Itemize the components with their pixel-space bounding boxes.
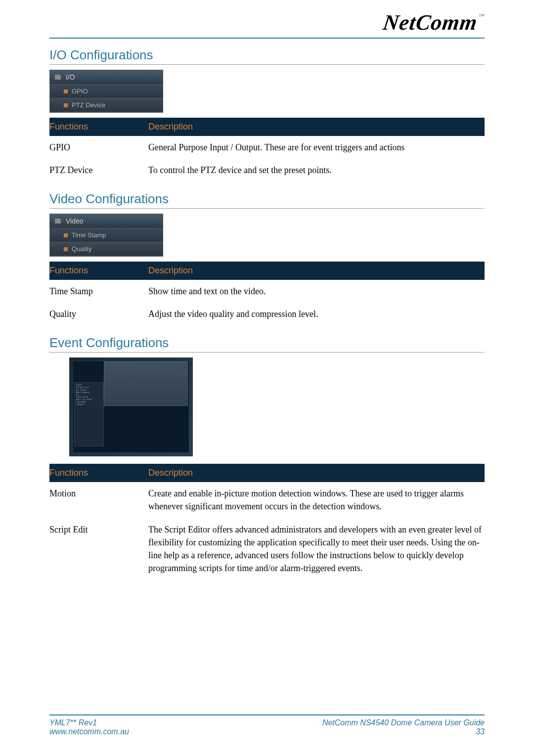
- footer-url: www.netcomm.com.au: [49, 727, 129, 736]
- table-row: Time Stamp Show time and text on the vid…: [49, 280, 485, 303]
- trademark-symbol: ™: [479, 12, 485, 20]
- col-functions: Functions: [49, 262, 148, 280]
- desc-timestamp: Show time and text on the video.: [148, 285, 485, 298]
- table-row: Quality Adjust the video quality and com…: [49, 303, 485, 325]
- bullet-icon: [64, 233, 68, 237]
- footer-page-number: 33: [322, 727, 485, 736]
- event-config-title: Event Configurations: [49, 335, 485, 353]
- header-rule: [49, 38, 485, 39]
- io-menu-header: I/O: [66, 73, 75, 81]
- fn-scriptedit: Script Edit: [49, 523, 148, 575]
- brand-logo: NetComm: [381, 10, 479, 35]
- desc-motion: Create and enable in-picture motion dete…: [148, 487, 485, 513]
- fn-ptz: PTZ Device: [49, 164, 148, 177]
- footer-revision: YML7** Rev1: [49, 718, 129, 727]
- bullet-icon: [64, 89, 68, 93]
- video-menu-header: Video: [66, 217, 84, 225]
- io-menu-item-gpio: GPIO: [72, 88, 88, 95]
- video-config-title: Video Configurations: [49, 191, 485, 209]
- col-functions: Functions: [49, 464, 148, 482]
- io-table-header: Functions Description: [49, 118, 485, 136]
- fn-gpio: GPIO: [49, 141, 148, 154]
- table-row: PTZ Device To control the PTZ device and…: [49, 159, 485, 181]
- video-menu-screenshot: Video Time Stamp Quality: [49, 214, 163, 257]
- footer-doc-title: NetComm NS4540 Dome Camera User Guide: [322, 718, 485, 727]
- page-footer: YML7** Rev1 www.netcomm.com.au NetComm N…: [49, 714, 485, 736]
- video-menu-item-timestamp: Time Stamp: [72, 231, 106, 239]
- io-menu-screenshot: I/O GPIO PTZ Device: [49, 70, 163, 113]
- col-functions: Functions: [49, 118, 148, 136]
- event-screenshot: EventScript Listdo scriptMail Cameratose…: [69, 357, 193, 456]
- table-row: Script Edit The Script Editor offers adv…: [49, 518, 485, 579]
- fn-motion: Motion: [49, 487, 148, 513]
- table-row: GPIO General Purpose Input / Output. The…: [49, 136, 485, 159]
- table-row: Motion Create and enable in-picture moti…: [49, 482, 485, 518]
- menu-header-icon: [55, 75, 61, 80]
- io-menu-item-ptz: PTZ Device: [72, 101, 105, 109]
- desc-quality: Adjust the video quality and compression…: [148, 308, 485, 320]
- menu-header-icon: [55, 219, 61, 223]
- fn-timestamp: Time Stamp: [49, 285, 148, 298]
- io-config-title: I/O Configurations: [49, 47, 485, 65]
- video-menu-item-quality: Quality: [72, 245, 91, 253]
- fn-quality: Quality: [49, 308, 148, 320]
- video-table-header: Functions Description: [49, 262, 485, 280]
- col-description: Description: [148, 464, 485, 482]
- desc-gpio: General Purpose Input / Output. These ar…: [148, 141, 485, 154]
- col-description: Description: [148, 118, 485, 136]
- bullet-icon: [64, 247, 68, 251]
- desc-ptz: To control the PTZ device and set the pr…: [148, 164, 485, 177]
- logo-area: NetComm ™: [49, 10, 485, 35]
- col-description: Description: [148, 262, 485, 280]
- bullet-icon: [64, 103, 68, 107]
- desc-scriptedit: The Script Editor offers advanced admini…: [148, 523, 485, 575]
- event-table-header: Functions Description: [49, 464, 485, 482]
